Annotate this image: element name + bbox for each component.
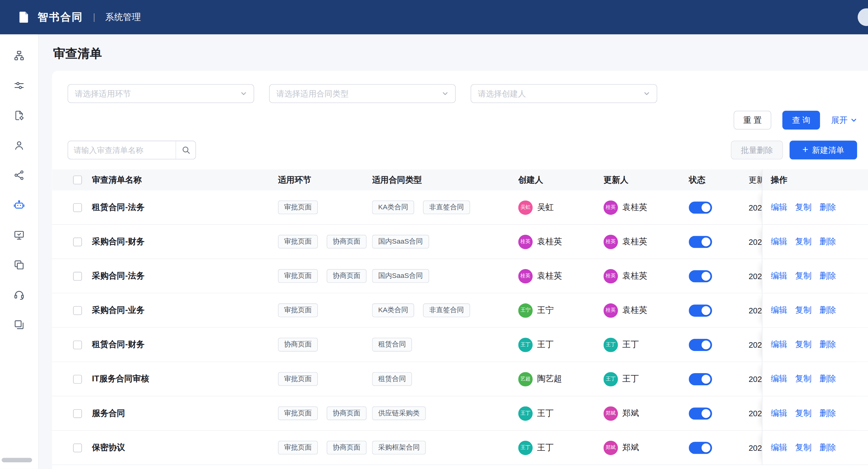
stage-tag: 协商页面 bbox=[327, 235, 367, 249]
table-toolbar: 批量删除 + 新建清单 bbox=[52, 129, 868, 160]
user-avatar[interactable] bbox=[858, 8, 868, 26]
creator-name: 袁桂英 bbox=[537, 271, 562, 281]
column-header-status: 状态 bbox=[689, 175, 748, 185]
select-all-checkbox[interactable] bbox=[73, 176, 82, 184]
sidebar-item-headset[interactable] bbox=[8, 285, 29, 304]
navbar-module-system-management[interactable]: 系统管理 bbox=[105, 11, 141, 23]
row-contract-types: 国内SaaS合同 bbox=[372, 235, 518, 249]
edit-link[interactable]: 编辑 bbox=[771, 442, 787, 453]
delete-link[interactable]: 删除 bbox=[819, 340, 836, 350]
copy-link[interactable]: 复制 bbox=[795, 271, 812, 281]
create-list-button[interactable]: + 新建清单 bbox=[789, 141, 857, 160]
delete-link[interactable]: 删除 bbox=[819, 374, 836, 384]
row-checkbox[interactable] bbox=[73, 237, 82, 246]
row-checkbox[interactable] bbox=[73, 375, 82, 383]
reset-button[interactable]: 重 置 bbox=[734, 111, 771, 129]
edit-link[interactable]: 编辑 bbox=[771, 408, 787, 419]
status-toggle[interactable] bbox=[689, 339, 712, 351]
copy-link[interactable]: 复制 bbox=[795, 374, 812, 384]
creator-name: 陶艺超 bbox=[537, 374, 562, 384]
delete-link[interactable]: 删除 bbox=[819, 271, 836, 281]
share-nodes-icon bbox=[13, 169, 25, 181]
delete-link[interactable]: 删除 bbox=[819, 305, 836, 316]
copy-link[interactable]: 复制 bbox=[795, 408, 812, 419]
delete-link[interactable]: 删除 bbox=[819, 442, 836, 453]
status-toggle[interactable] bbox=[689, 201, 712, 213]
row-creator: 王宁王宁 bbox=[518, 303, 603, 317]
expand-toggle[interactable]: 展开 bbox=[831, 115, 857, 126]
row-contract-types: 供应链采购类 bbox=[372, 407, 518, 420]
copy-link[interactable]: 复制 bbox=[795, 442, 812, 453]
copy-link[interactable]: 复制 bbox=[795, 340, 812, 350]
select-applicable-contract-type[interactable]: 请选择适用合同类型 bbox=[269, 84, 456, 103]
copy-link[interactable]: 复制 bbox=[795, 236, 812, 247]
copy-link[interactable]: 复制 bbox=[795, 202, 812, 213]
row-stages: 审批页面协商页面 bbox=[278, 269, 372, 283]
status-toggle[interactable] bbox=[689, 304, 712, 316]
search-input[interactable] bbox=[68, 141, 175, 159]
main-content: 审查清单 请选择适用环节 请选择适用合同类型 请选择创建人 重 置 查 询 bbox=[39, 34, 868, 469]
select-applicable-stage[interactable]: 请选择适用环节 bbox=[68, 84, 254, 103]
creator-name: 王宁 bbox=[537, 305, 554, 316]
row-checkbox-cell bbox=[68, 272, 92, 280]
row-checkbox[interactable] bbox=[73, 306, 82, 315]
table-row: 采购合同-法务审批页面协商页面国内SaaS合同桂英袁桂英桂英袁桂英202编辑复制… bbox=[52, 259, 868, 293]
sidebar-item-document-settings[interactable] bbox=[8, 106, 29, 125]
edit-link[interactable]: 编辑 bbox=[771, 305, 787, 316]
row-updater: 王丁王丁 bbox=[603, 372, 689, 386]
status-toggle[interactable] bbox=[689, 373, 712, 385]
delete-link[interactable]: 删除 bbox=[819, 202, 836, 213]
row-update-time: 202 bbox=[748, 306, 762, 315]
status-toggle[interactable] bbox=[689, 270, 712, 282]
status-toggle[interactable] bbox=[689, 407, 712, 419]
horizontal-scrollbar-thumb[interactable] bbox=[2, 458, 32, 462]
status-toggle[interactable] bbox=[689, 441, 712, 454]
row-actions: 编辑复制删除 bbox=[762, 293, 868, 327]
row-checkbox[interactable] bbox=[73, 409, 82, 418]
batch-delete-button[interactable]: 批量删除 bbox=[731, 141, 783, 160]
select-creator[interactable]: 请选择创建人 bbox=[470, 84, 657, 103]
row-checkbox[interactable] bbox=[73, 340, 82, 349]
query-button[interactable]: 查 询 bbox=[782, 111, 820, 129]
sidebar-item-user[interactable] bbox=[8, 135, 29, 154]
search-box bbox=[68, 141, 196, 160]
search-button[interactable] bbox=[176, 141, 196, 159]
copy-link[interactable]: 复制 bbox=[795, 305, 812, 316]
status-toggle[interactable] bbox=[689, 236, 712, 248]
stage-tag: 审批页面 bbox=[278, 303, 318, 317]
sidebar-item-org-structure[interactable] bbox=[8, 46, 29, 65]
row-update-time: 202 bbox=[748, 272, 762, 280]
edit-link[interactable]: 编辑 bbox=[771, 374, 787, 384]
creator-name: 王丁 bbox=[537, 340, 554, 350]
sidebar-item-robot-active[interactable] bbox=[8, 195, 29, 214]
sidebar-item-share-nodes[interactable] bbox=[8, 166, 29, 184]
sidebar-item-monitor-check[interactable] bbox=[8, 225, 29, 244]
sidebar-item-copy[interactable] bbox=[8, 255, 29, 274]
row-checkbox[interactable] bbox=[73, 272, 82, 280]
contract-type-tag: 租赁合同 bbox=[372, 372, 412, 386]
row-status-cell bbox=[689, 236, 748, 248]
row-contract-types: KA类合同非直签合同 bbox=[372, 200, 518, 215]
edit-link[interactable]: 编辑 bbox=[771, 236, 787, 247]
edit-link[interactable]: 编辑 bbox=[771, 202, 787, 213]
stage-tag: 审批页面 bbox=[278, 372, 318, 386]
column-header-updater: 更新人 bbox=[603, 175, 689, 185]
sidebar-item-sliders[interactable] bbox=[8, 76, 29, 95]
updater-avatar: 王丁 bbox=[603, 372, 618, 386]
sidebar-item-duplicate[interactable] bbox=[8, 315, 29, 334]
row-checkbox[interactable] bbox=[73, 443, 82, 452]
delete-link[interactable]: 删除 bbox=[819, 408, 836, 419]
row-stages: 审批页面协商页面 bbox=[278, 407, 372, 420]
row-status-cell bbox=[689, 441, 748, 454]
edit-link[interactable]: 编辑 bbox=[771, 340, 787, 350]
row-updater: 桂英袁桂英 bbox=[603, 269, 689, 283]
row-updater: 王丁王丁 bbox=[603, 337, 689, 352]
delete-link[interactable]: 删除 bbox=[819, 236, 836, 247]
table-row: 保密协议审批页面协商页面采购框架合同王丁王丁郑斌郑斌202编辑复制删除 bbox=[52, 431, 868, 465]
row-creator: 王丁王丁 bbox=[518, 406, 603, 420]
row-updater: 郑斌郑斌 bbox=[603, 440, 689, 455]
row-stages: 审批页面协商页面 bbox=[278, 441, 372, 455]
edit-link[interactable]: 编辑 bbox=[771, 271, 787, 281]
row-checkbox[interactable] bbox=[73, 203, 82, 212]
contract-type-tag: 国内SaaS合同 bbox=[372, 269, 429, 283]
